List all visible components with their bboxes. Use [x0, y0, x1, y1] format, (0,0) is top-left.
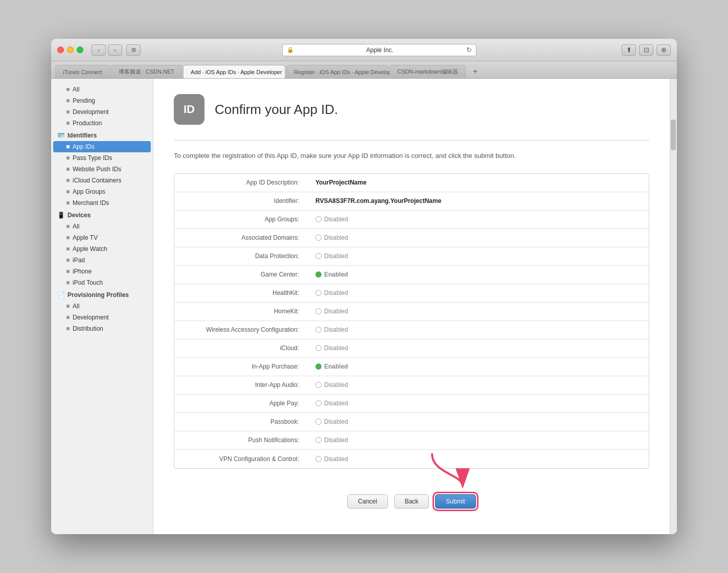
bullet-icon: [66, 99, 70, 102]
row-value: Enabled: [307, 267, 649, 282]
enabled-circle-icon: [315, 363, 322, 370]
tab-register-ios[interactable]: Register · iOS App IDs · Apple Developer: [286, 65, 389, 78]
status-disabled: Disabled: [315, 216, 641, 223]
bullet-icon: [66, 145, 70, 148]
row-label: Associated Domains:: [174, 230, 307, 245]
table-row: iCloud: Disabled: [174, 339, 649, 358]
row-value: Disabled: [307, 230, 649, 245]
back-button[interactable]: Back: [394, 494, 429, 509]
disabled-circle-icon: [315, 456, 322, 462]
row-label: iCloud:: [174, 340, 307, 356]
sidebar-item-development-top[interactable]: Development: [51, 106, 153, 118]
sidebar-item-icloud-containers[interactable]: iCloud Containers: [51, 175, 153, 186]
tab-csdn[interactable]: 博客频道 · CSDN.NET: [111, 65, 182, 78]
cancel-button[interactable]: Cancel: [347, 494, 388, 509]
device-section-icon: 📱: [57, 212, 65, 219]
scrollbar-track[interactable]: [670, 79, 677, 534]
submit-button[interactable]: Submit: [435, 494, 475, 509]
page-content: ID Confirm your App ID. To complete the …: [153, 79, 670, 534]
sidebar-item-app-ids[interactable]: App IDs: [53, 141, 151, 152]
disabled-circle-icon: [315, 382, 322, 388]
page-description: To complete the registration of this App…: [174, 151, 649, 161]
row-label: Data Protection:: [174, 248, 307, 264]
sidebar-toggle-button[interactable]: ⊞: [126, 44, 141, 56]
status-disabled: Disabled: [315, 308, 641, 315]
table-row: Inter-App Audio: Disabled: [174, 376, 649, 395]
bullet-icon: [66, 281, 70, 284]
row-value: Disabled: [307, 285, 649, 301]
back-nav-button[interactable]: ‹: [92, 44, 106, 56]
bullet-icon: [66, 110, 70, 113]
bullet-icon: [66, 179, 70, 182]
bullet-icon: [66, 201, 70, 204]
lock-icon: 🔒: [287, 47, 294, 53]
row-label: App Groups:: [174, 212, 307, 227]
sidebar-item-apple-watch[interactable]: Apple Watch: [51, 243, 153, 255]
status-enabled: Enabled: [315, 363, 641, 370]
maximize-button[interactable]: [77, 47, 83, 53]
sidebar-item-apple-tv[interactable]: Apple TV: [51, 232, 153, 243]
minimize-button[interactable]: [67, 47, 74, 53]
forward-nav-button[interactable]: ›: [108, 44, 122, 56]
status-disabled: Disabled: [315, 234, 641, 241]
sidebar-item-all-devices[interactable]: All: [51, 221, 153, 232]
row-label: VPN Configuration & Control:: [174, 451, 307, 467]
row-value: Disabled: [307, 340, 649, 356]
new-tab-button[interactable]: ⊕: [656, 44, 671, 56]
status-disabled: Disabled: [315, 418, 641, 425]
add-tab-button[interactable]: +: [469, 66, 482, 77]
tab-csdn-md[interactable]: CSDN-markdown编辑器: [390, 65, 466, 78]
traffic-lights: [57, 47, 83, 53]
sidebar-item-ipad[interactable]: iPad: [51, 255, 153, 266]
table-row: VPN Configuration & Control: Disabled: [174, 450, 649, 468]
address-bar[interactable]: 🔒 Apple Inc. ↻: [282, 44, 476, 56]
row-label: Game Center:: [174, 267, 307, 282]
row-value: Disabled: [307, 414, 649, 429]
bullet-icon: [66, 305, 70, 308]
disabled-circle-icon: [315, 327, 322, 333]
sidebar-item-distribution-profiles[interactable]: Distribution: [51, 323, 153, 334]
row-value: Disabled: [307, 212, 649, 227]
scrollbar-thumb[interactable]: [671, 120, 676, 150]
status-disabled: Disabled: [315, 289, 641, 296]
tab-overview-button[interactable]: ⊡: [639, 44, 653, 56]
refresh-button[interactable]: ↻: [466, 46, 472, 54]
info-table: App ID Description: YourProjectName Iden…: [174, 173, 649, 469]
disabled-circle-icon: [315, 400, 322, 406]
table-row: Apple Pay: Disabled: [174, 395, 649, 413]
status-disabled: Disabled: [315, 437, 641, 444]
tab-itunes-connect[interactable]: iTunes Connect: [55, 65, 110, 78]
bullet-icon: [66, 156, 70, 159]
row-value: Disabled: [307, 377, 649, 393]
app-id-icon: ID: [174, 94, 204, 125]
browser-window: ‹ › ⊞ 🔒 Apple Inc. ↻ ⬆ ⊡ ⊕ iTunes Connec…: [51, 39, 677, 534]
sidebar-item-website-push-ids[interactable]: Website Push IDs: [51, 164, 153, 175]
disabled-circle-icon: [315, 253, 322, 259]
sidebar-item-ipod-touch[interactable]: iPod Touch: [51, 277, 153, 288]
sidebar-item-production[interactable]: Production: [51, 118, 153, 129]
status-disabled: Disabled: [315, 381, 641, 388]
table-row: Push Notifications: Disabled: [174, 431, 649, 450]
close-button[interactable]: [57, 47, 64, 53]
sidebar-item-iphone[interactable]: iPhone: [51, 266, 153, 277]
sidebar-item-app-groups[interactable]: App Groups: [51, 186, 153, 197]
share-button[interactable]: ⬆: [622, 44, 636, 56]
row-label: Apple Pay:: [174, 396, 307, 411]
sidebar-item-pass-type-ids[interactable]: Pass Type IDs: [51, 152, 153, 164]
sidebar-item-development-profiles[interactable]: Development: [51, 312, 153, 323]
status-disabled: Disabled: [315, 326, 641, 333]
sidebar-item-all-profiles[interactable]: All: [51, 301, 153, 312]
sidebar-item-pending[interactable]: Pending: [51, 95, 153, 106]
tab-add-ios[interactable]: Add · iOS App IDs · Apple Developer: [183, 65, 285, 78]
bullet-icon: [66, 236, 70, 239]
row-value: Disabled: [307, 248, 649, 264]
sidebar-item-merchant-ids[interactable]: Merchant IDs: [51, 197, 153, 209]
status-disabled: Disabled: [315, 455, 641, 463]
profile-section-icon: 📄: [57, 291, 65, 299]
bullet-icon: [66, 88, 70, 91]
title-bar: ‹ › ⊞ 🔒 Apple Inc. ↻ ⬆ ⊡ ⊕: [51, 39, 677, 61]
status-enabled: Enabled: [315, 271, 641, 278]
devices-section-header: 📱 Devices: [51, 209, 153, 221]
sidebar-item-all-top[interactable]: All: [51, 84, 153, 95]
tabs-bar: iTunes Connect 博客频道 · CSDN.NET Add · iOS…: [51, 61, 677, 79]
